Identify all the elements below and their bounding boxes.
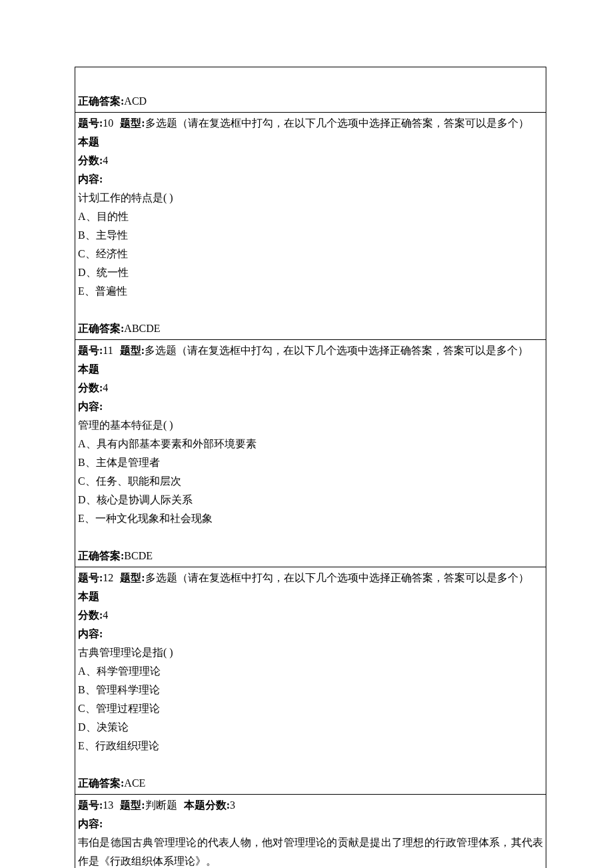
q10-opt-c: C、经济性	[78, 245, 543, 263]
qnum-label: 题号:	[78, 799, 103, 811]
q12-points: 4	[103, 609, 108, 621]
q11-answer: BCDE	[124, 550, 153, 561]
points-inline: 本题	[78, 587, 99, 606]
q9-answer: ACD	[124, 95, 147, 107]
answer-label: 正确答案:	[78, 777, 124, 789]
qtype-label: 题型:	[120, 799, 145, 811]
q13-points: 3	[230, 799, 235, 811]
q11-opt-c: C、任务、职能和层次	[78, 472, 543, 491]
content-label: 内容:	[78, 815, 543, 833]
points-inline: 本题	[78, 133, 99, 151]
points-line2-label: 分数:	[78, 382, 103, 393]
qnum-label: 题号:	[78, 345, 103, 356]
qtype-label: 题型:	[120, 572, 145, 583]
q11-cell: 题号:11 题型:多选题（请在复选框中打勾，在以下几个选项中选择正确答案，答案可…	[75, 340, 546, 567]
q10-opt-e: E、普遍性	[78, 282, 543, 301]
q11-points: 4	[103, 382, 108, 393]
points-line2-label: 分数:	[78, 609, 103, 621]
qnum-label: 题号:	[78, 572, 103, 583]
q11-num: 11	[103, 345, 113, 356]
q10-points: 4	[103, 155, 108, 166]
qnum-label: 题号:	[78, 117, 103, 129]
q12-opt-c: C、管理过程理论	[78, 699, 543, 718]
q11-opt-e: E、一种文化现象和社会现象	[78, 509, 543, 528]
q10-type: 多选题（请在复选框中打勾，在以下几个选项中选择正确答案，答案可以是多个）	[145, 117, 529, 129]
answer-label: 正确答案:	[78, 95, 124, 107]
answer-label: 正确答案:	[78, 550, 124, 561]
q11-question: 管理的基本特征是( )	[78, 416, 543, 435]
q10-answer: ABCDE	[124, 323, 160, 334]
q10-num: 10	[103, 117, 113, 129]
q11-opt-d: D、核心是协调人际关系	[78, 491, 543, 509]
qtype-label: 题型:	[120, 345, 145, 356]
points-inline: 本题	[78, 360, 99, 379]
q12-opt-a: A、科学管理理论	[78, 662, 543, 681]
q11-opt-b: B、主体是管理者	[78, 453, 543, 472]
q12-question: 古典管理理论是指( )	[78, 643, 543, 662]
qtype-label: 题型:	[120, 117, 145, 129]
q12-cell: 题号:12 题型:多选题（请在复选框中打勾，在以下几个选项中选择正确答案，答案可…	[75, 567, 546, 795]
q12-opt-e: E、行政组织理论	[78, 737, 543, 755]
q13-cell: 题号:13 题型:判断题 本题分数:3 内容: 韦伯是德国古典管理理论的代表人物…	[75, 795, 546, 868]
points-label: 本题分数:	[184, 799, 230, 811]
content-label: 内容:	[78, 625, 543, 643]
answer-label: 正确答案:	[78, 323, 124, 334]
q11-opt-a: A、具有内部基本要素和外部环境要素	[78, 435, 543, 453]
q10-opt-a: A、目的性	[78, 207, 543, 226]
q10-cell: 题号:10 题型:多选题（请在复选框中打勾，在以下几个选项中选择正确答案，答案可…	[75, 113, 546, 340]
q12-type: 多选题（请在复选框中打勾，在以下几个选项中选择正确答案，答案可以是多个）	[145, 572, 529, 583]
content-label: 内容:	[78, 397, 543, 416]
q12-answer: ACE	[124, 777, 145, 789]
points-line2-label: 分数:	[78, 155, 103, 166]
q12-opt-d: D、决策论	[78, 718, 543, 737]
q12-opt-b: B、管理科学理论	[78, 681, 543, 699]
content-label: 内容:	[78, 170, 543, 189]
q10-opt-d: D、统一性	[78, 263, 543, 282]
q13-question: 韦伯是德国古典管理理论的代表人物，他对管理理论的贡献是提出了理想的行政管理体系，…	[78, 833, 543, 868]
q13-type: 判断题	[145, 799, 177, 811]
q9-cell: 正确答案:ACD	[75, 67, 546, 113]
q11-type: 多选题（请在复选框中打勾，在以下几个选项中选择正确答案，答案可以是多个）	[145, 345, 528, 356]
q10-question: 计划工作的特点是( )	[78, 189, 543, 207]
q13-num: 13	[103, 799, 113, 811]
q12-num: 12	[103, 572, 113, 583]
q10-opt-b: B、主导性	[78, 226, 543, 245]
questions-table: 正确答案:ACD 题号:10 题型:多选题（请在复选框中打勾，在以下几个选项中选…	[75, 67, 546, 868]
